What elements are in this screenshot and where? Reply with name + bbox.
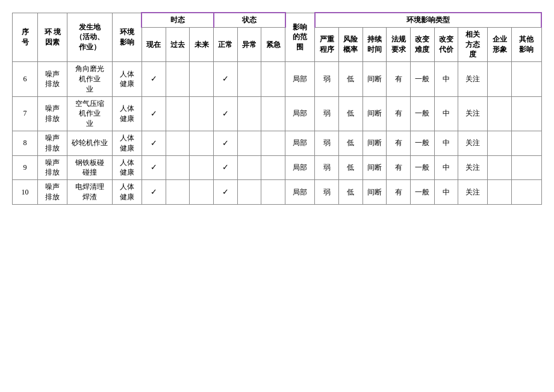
checkmark: ✓ [151,138,157,148]
header-state-urgent: 紧急 [261,27,285,61]
cell-time-past [166,180,190,205]
cell-env-factor: 噪声排放 [38,155,67,180]
cell-alt: 中 [434,62,458,96]
cell-legal: 有 [387,155,411,180]
cell-impact-range: 局部 [285,180,315,205]
cell-seq: 7 [13,96,38,131]
cell-diff: 一般 [410,155,434,180]
header-site: 发生地（活动、作业） [67,13,113,62]
cell-impact-range: 局部 [285,155,315,180]
header-risk: 风险概率 [338,27,363,61]
cell-env-factor: 噪声排放 [38,131,67,155]
cell-env-impact: 人体健康 [112,96,142,131]
checkmark: ✓ [222,163,229,172]
cell-corp [488,180,512,205]
cell-sev: 弱 [315,96,339,131]
cell-diff: 一般 [410,96,434,131]
cell-time-future [190,155,214,180]
cell-impact-range: 局部 [285,62,315,96]
cell-time-now: ✓ [142,96,166,131]
cell-risk: 低 [338,131,363,155]
cell-time-now: ✓ [142,155,166,180]
cell-site: 钢铁板碰碰撞 [67,155,113,180]
cell-rel: 关注 [458,155,488,180]
cell-legal: 有 [387,131,411,155]
checkmark: ✓ [222,109,229,118]
header-time-future: 未来 [190,27,214,61]
cell-risk: 低 [338,96,363,131]
cell-time-future [190,62,214,96]
cell-alt: 中 [434,96,458,131]
cell-site: 角向磨光机作业业 [67,62,113,96]
cell-time-now: ✓ [142,62,166,96]
cell-state-urgent [261,180,285,205]
table-row: 9噪声排放钢铁板碰碰撞人体健康✓✓局部弱低间断有一般中关注 [13,155,542,180]
header-legal: 法规要求 [387,27,411,61]
cell-legal: 有 [387,96,411,131]
cell-rel: 关注 [458,180,488,205]
cell-state-normal: ✓ [214,180,238,205]
cell-env-impact: 人体健康 [112,155,142,180]
cell-corp [488,155,512,180]
cell-env-factor: 噪声排放 [38,62,67,96]
cell-dur: 间断 [363,180,387,205]
header-row-1: 序号 环 境因素 发生地（活动、作业） 环境影响 时态 状态 影响的范围 环境影… [13,13,542,27]
cell-state-normal: ✓ [214,131,238,155]
checkmark: ✓ [151,74,157,83]
header-state: 状态 [214,13,285,27]
cell-legal: 有 [387,62,411,96]
header-impact-range: 影响的范围 [285,13,315,62]
cell-impact-range: 局部 [285,131,315,155]
checkmark: ✓ [222,187,229,196]
cell-state-abnorm [237,131,261,155]
table-row: 8噪声排放砂轮机作业人体健康✓✓局部弱低间断有一般中关注 [13,131,542,155]
checkmark: ✓ [222,74,229,83]
cell-diff: 一般 [410,62,434,96]
cell-dur: 间断 [363,96,387,131]
cell-env-impact: 人体健康 [112,180,142,205]
header-dur: 持续时间 [363,27,387,61]
cell-time-now: ✓ [142,131,166,155]
cell-sev: 弱 [315,180,339,205]
cell-rel: 关注 [458,62,488,96]
cell-time-past [166,62,190,96]
checkmark: ✓ [222,138,229,148]
cell-state-urgent [261,131,285,155]
header-time-now: 现在 [142,27,166,61]
cell-site: 砂轮机作业 [67,131,113,155]
cell-sev: 弱 [315,155,339,180]
cell-state-urgent [261,62,285,96]
header-state-normal: 正常 [214,27,238,61]
cell-alt: 中 [434,131,458,155]
cell-risk: 低 [338,155,363,180]
cell-state-normal: ✓ [214,62,238,96]
cell-corp [488,62,512,96]
cell-site: 电焊清理焊渣 [67,180,113,205]
header-corp: 企业形象 [488,27,512,61]
main-table-container: 序号 环 境因素 发生地（活动、作业） 环境影响 时态 状态 影响的范围 环境影… [12,12,542,205]
cell-state-urgent [261,155,285,180]
cell-other [512,62,541,96]
header-rel: 相关方态度 [458,27,488,61]
cell-corp [488,131,512,155]
header-env-impact: 环境影响 [112,13,142,62]
cell-seq: 9 [13,155,38,180]
cell-env-factor: 噪声排放 [38,180,67,205]
cell-other [512,131,541,155]
header-time: 时态 [142,13,213,27]
cell-dur: 间断 [363,155,387,180]
checkmark: ✓ [151,187,157,196]
cell-other [512,96,541,131]
checkmark: ✓ [151,109,157,118]
cell-state-abnorm [237,96,261,131]
cell-time-future [190,180,214,205]
cell-sev: 弱 [315,131,339,155]
header-time-past: 过去 [166,27,190,61]
cell-state-normal: ✓ [214,155,238,180]
cell-sev: 弱 [315,62,339,96]
cell-time-now: ✓ [142,180,166,205]
table-row: 10噪声排放电焊清理焊渣人体健康✓✓局部弱低间断有一般中关注 [13,180,542,205]
cell-risk: 低 [338,180,363,205]
cell-risk: 低 [338,62,363,96]
cell-state-abnorm [237,155,261,180]
